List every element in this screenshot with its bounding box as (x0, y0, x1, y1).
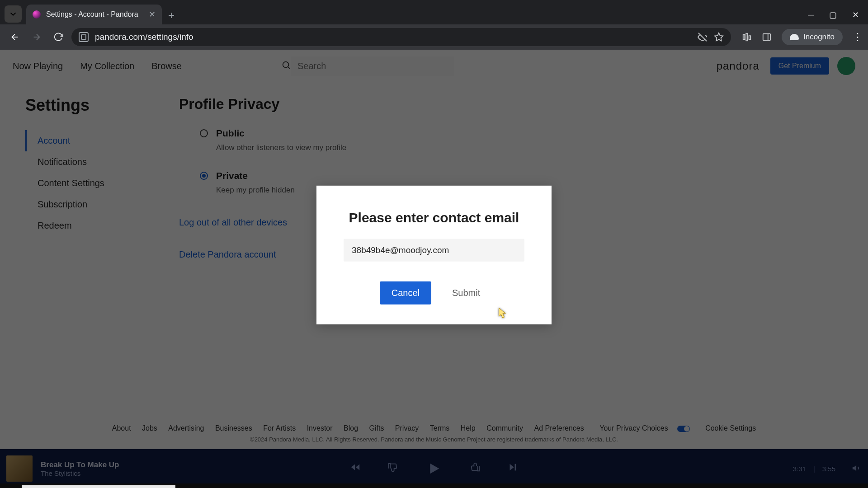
bookmark-star-icon[interactable] (714, 32, 724, 42)
pandora-favicon-icon (33, 10, 41, 19)
svg-rect-5 (746, 33, 748, 41)
chevron-down-icon (8, 9, 18, 19)
site-info-icon[interactable] (79, 32, 89, 42)
svg-marker-3 (715, 33, 723, 41)
incognito-chip[interactable]: Incognito (782, 29, 843, 45)
reload-button[interactable] (50, 28, 67, 46)
tab-title: Settings - Account - Pandora (46, 10, 142, 19)
window-close-button[interactable]: ✕ (852, 10, 859, 20)
forward-button[interactable] (28, 28, 45, 46)
browser-titlebar: Settings - Account - Pandora ✕ + ─ ▢ ✕ (0, 0, 868, 24)
eye-off-icon[interactable] (698, 32, 708, 42)
modal-title: Please enter contact email (335, 210, 533, 225)
side-panel-icon[interactable] (762, 32, 772, 42)
page-viewport: Now Playing My Collection Browse pandora… (0, 50, 868, 488)
url-text: pandora.com/settings/info (95, 32, 193, 42)
submit-button[interactable]: Submit (444, 282, 488, 305)
modal-actions: Cancel Submit (335, 282, 533, 305)
taskbar-active-indicator (22, 485, 175, 488)
reload-icon (53, 32, 63, 42)
browser-menu-button[interactable]: ⋮ (853, 31, 862, 43)
window-controls: ─ ▢ ✕ (808, 10, 863, 24)
address-bar[interactable]: pandora.com/settings/info (71, 28, 731, 46)
browser-toolbar: pandora.com/settings/info Incognito ⋮ (0, 24, 868, 50)
window-minimize-button[interactable]: ─ (808, 10, 814, 20)
toolbar-right: Incognito ⋮ (742, 29, 862, 45)
tab-close-button[interactable]: ✕ (149, 9, 156, 19)
back-button[interactable] (6, 28, 24, 46)
svg-rect-4 (743, 35, 745, 40)
os-taskbar[interactable] (0, 483, 868, 488)
arrow-left-icon (10, 32, 20, 42)
cancel-button[interactable]: Cancel (380, 282, 431, 305)
incognito-label: Incognito (803, 33, 835, 42)
incognito-icon (790, 34, 799, 40)
browser-tab-active[interactable]: Settings - Account - Pandora ✕ (26, 5, 162, 24)
window-maximize-button[interactable]: ▢ (829, 10, 837, 20)
tab-search-button[interactable] (5, 5, 22, 23)
svg-rect-7 (763, 34, 771, 41)
contact-email-input[interactable] (344, 239, 524, 262)
media-control-icon[interactable] (742, 32, 752, 42)
new-tab-button[interactable]: + (168, 9, 175, 22)
arrow-right-icon (32, 32, 42, 42)
svg-rect-6 (749, 36, 751, 39)
contact-email-modal: Please enter contact email Cancel Submit (316, 186, 552, 324)
